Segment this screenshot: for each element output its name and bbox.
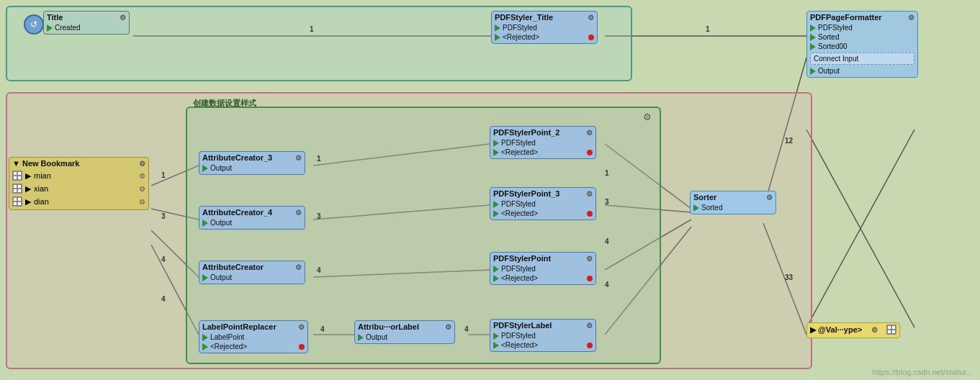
output-arrow-ac: [202, 274, 208, 281]
sorted-arrow-f: [810, 34, 816, 41]
green-group-gear-icon[interactable]: ⚙: [643, 112, 652, 122]
psl-header: PDFStylerLabel ⚙: [493, 321, 593, 331]
bookmark-row-xian: ▶ xian ⚙: [12, 182, 145, 195]
pdf-page-formatter-node: PDFPageFormatter ⚙ PDFStyled Sorted Sort…: [806, 11, 918, 78]
pdf-styled-port-2: PDFStyled: [493, 138, 593, 148]
attr-creator-gear[interactable]: ⚙: [295, 263, 302, 271]
connect-input-port[interactable]: Connect Input: [810, 53, 914, 65]
output-port-ac4: Output: [202, 218, 302, 227]
output-arrow-f: [810, 68, 816, 75]
sorted00-arrow-f: [810, 43, 816, 50]
output-arrow-aol: [358, 334, 364, 341]
conn-label-4a: 4: [161, 255, 166, 263]
pdf-styled-arrow-2: [493, 140, 499, 147]
lpr-header: LabelPointReplacer ⚙: [202, 322, 305, 332]
pdf-styler-label-node: PDFStylerLabel ⚙ PDFStyled <Rejected>: [490, 319, 596, 352]
table-icon-xian: [12, 184, 22, 194]
pdf-styled-port-1: PDFStyled: [495, 23, 594, 32]
label-point-arrow: [202, 334, 208, 341]
title-created-port: Created: [47, 23, 126, 32]
conn-label-4-lpr: 4: [320, 325, 325, 333]
sorted-arrow: [693, 204, 699, 212]
attr-creator-header: AttributeCreator ⚙: [202, 263, 302, 273]
rejected-arrow-p: [493, 275, 499, 282]
conn-label-3: 3: [161, 212, 166, 220]
attr-creator-4-gear[interactable]: ⚙: [295, 209, 302, 217]
conn-label-12: 12: [785, 137, 793, 145]
val-type-gear[interactable]: ⚙: [871, 326, 878, 334]
bookmark-row-mian: ▶ mian ⚙: [12, 169, 145, 182]
conn-label-1a: 1: [310, 25, 314, 33]
conn-label-33: 33: [785, 273, 793, 281]
svg-line-18: [806, 130, 914, 327]
aol-header: Attribu···orLabel ⚙: [358, 322, 451, 332]
pdf-styler-point-3-node: PDFStylerPoint_3 ⚙ PDFStyled <Rejected>: [490, 187, 596, 220]
rejected-port-2: <Rejected>: [493, 148, 593, 157]
label-point-port: LabelPoint: [202, 332, 305, 342]
sorted00-port-f: Sorted00: [810, 42, 914, 51]
psp2-gear[interactable]: ⚙: [586, 129, 593, 137]
pdf-styled-arrow-p: [493, 266, 499, 273]
pdf-styled-port-f: PDFStyled: [810, 23, 914, 32]
pdf-styler-title-header: PDFStyler_Title ⚙: [495, 13, 594, 23]
label-point-replacer-node: LabelPointReplacer ⚙ LabelPoint <Rejecte…: [199, 320, 308, 353]
conn-label-1b: 1: [706, 25, 710, 33]
title-node-header: Title ⚙: [47, 13, 126, 23]
psl-gear[interactable]: ⚙: [586, 322, 593, 330]
rejected-dot-3: [587, 211, 593, 217]
attr-creator-3-gear[interactable]: ⚙: [295, 154, 302, 162]
psp3-gear[interactable]: ⚙: [586, 190, 593, 198]
bookmark-row-dian: ▶ dian ⚙: [12, 195, 145, 208]
sorter-gear[interactable]: ⚙: [766, 194, 773, 202]
sorter-node: Sorter ⚙ Sorted: [690, 191, 776, 214]
attr-creator-4-header: AttributeCreator_4 ⚙: [202, 208, 302, 218]
sorted-port-f: Sorted: [810, 32, 914, 42]
mian-gear[interactable]: ⚙: [139, 172, 145, 180]
psp3-header: PDFStylerPoint_3 ⚙: [493, 189, 593, 199]
rejected-port-p: <Rejected>: [493, 273, 593, 283]
svg-line-17: [806, 130, 914, 327]
rejected-dot-l: [587, 343, 593, 348]
val-type-table-icon: [886, 325, 896, 335]
pdf-formatter-gear[interactable]: ⚙: [908, 14, 914, 22]
group-green-label: 创建数据设置样式: [193, 98, 256, 109]
title-node: Title ⚙ Created: [43, 11, 130, 35]
rejected-port-1: <Rejected>: [495, 32, 594, 42]
watermark: https://blog.csdn.net/stallur...: [873, 368, 973, 376]
rejected-arrow-lpr: [202, 343, 208, 350]
psp2-header: PDFStylerPoint_2 ⚙: [493, 128, 593, 138]
output-arrow-ac4: [202, 220, 208, 227]
new-bookmark-gear[interactable]: ⚙: [139, 160, 145, 168]
rejected-arrow-2: [493, 149, 499, 156]
dian-gear[interactable]: ⚙: [139, 198, 145, 206]
pdf-styled-port-l: PDFStyled: [493, 331, 593, 340]
lpr-gear[interactable]: ⚙: [298, 323, 305, 331]
conn-label-3-sorter: 3: [605, 198, 609, 206]
attr-creator-3-header: AttributeCreator_3 ⚙: [202, 153, 302, 163]
val-type-header: ▶ @Val···ype> ⚙: [810, 325, 896, 336]
title-input-node[interactable]: ↺: [24, 14, 44, 35]
psp-header: PDFStylerPoint ⚙: [493, 254, 593, 264]
output-arrow-ac3: [202, 165, 208, 172]
attribute-creator-3-node: AttributeCreator_3 ⚙ Output: [199, 151, 305, 175]
aol-gear[interactable]: ⚙: [445, 323, 451, 331]
pdf-styler-title-gear[interactable]: ⚙: [588, 14, 594, 22]
new-bookmark-header: ▼ New Bookmark ⚙: [12, 159, 145, 169]
output-port-aol: Output: [358, 332, 451, 342]
attribute-creator-node: AttributeCreator ⚙ Output: [199, 261, 305, 284]
rejected-dot-1: [588, 35, 594, 40]
attrib-or-label-node: Attribu···orLabel ⚙ Output: [354, 320, 455, 344]
pdf-styler-point-2-node: PDFStylerPoint_2 ⚙ PDFStyled <Rejected>: [490, 126, 596, 159]
conn-label-4-ac: 4: [317, 266, 321, 274]
pdf-styled-arrow-1: [495, 24, 500, 32]
rejected-port-lpr: <Rejected>: [202, 342, 305, 351]
conn-label-1-ac3: 1: [317, 155, 321, 163]
pdf-styled-arrow-f: [810, 24, 816, 32]
table-icon-mian: [12, 171, 22, 181]
pdf-styled-port-3: PDFStyled: [493, 199, 593, 209]
pdf-formatter-header: PDFPageFormatter ⚙: [810, 13, 914, 23]
xian-gear[interactable]: ⚙: [139, 185, 145, 193]
title-node-gear[interactable]: ⚙: [120, 14, 126, 22]
sorted-port: Sorted: [693, 203, 773, 212]
psp-gear[interactable]: ⚙: [586, 255, 593, 263]
